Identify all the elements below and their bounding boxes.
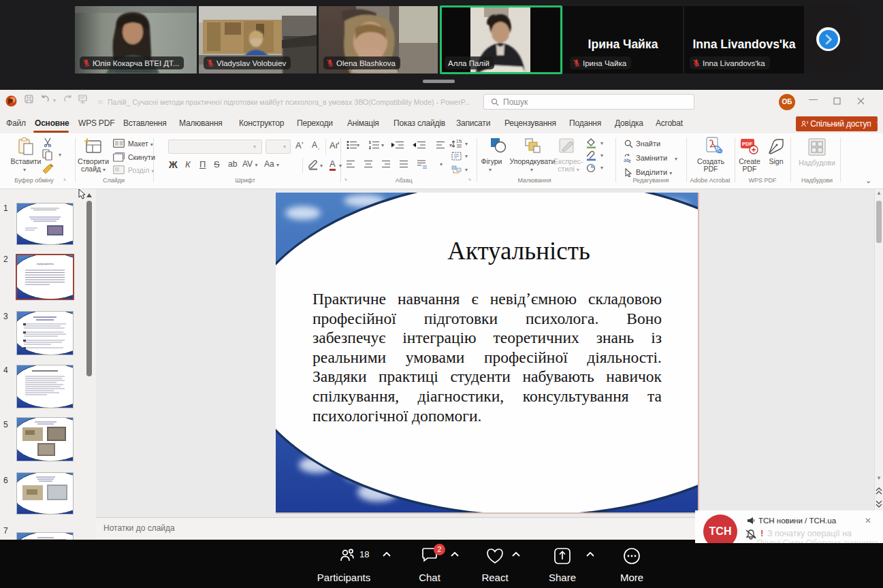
svg-text:1⇅: 1⇅	[456, 139, 462, 144]
svg-text:Актуальність: Актуальність	[36, 262, 53, 265]
svg-text:c: c	[628, 158, 631, 163]
svg-text:1: 1	[369, 140, 371, 144]
svg-text:2: 2	[369, 146, 371, 150]
